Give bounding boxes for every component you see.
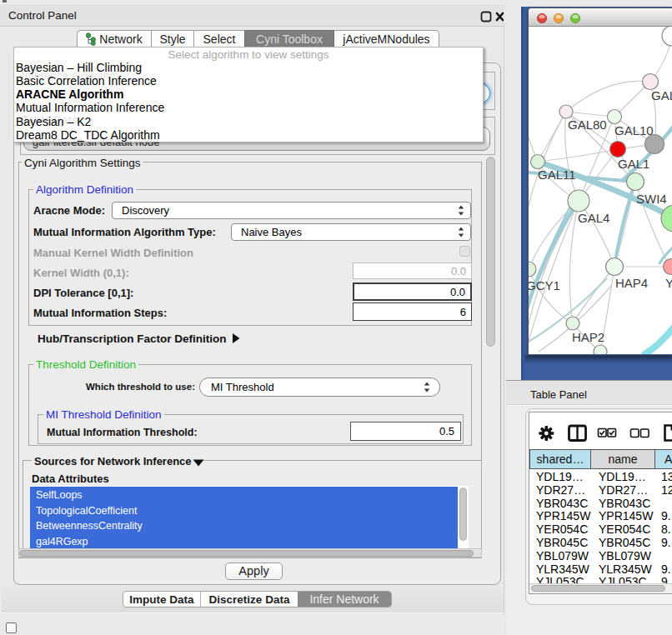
svg-text:GAL10: GAL10	[614, 123, 654, 138]
svg-text:SWI4: SWI4	[636, 192, 667, 206]
svg-text:GAL80: GAL80	[568, 118, 607, 132]
svg-text:GAL4: GAL4	[578, 211, 609, 225]
svg-text:Y: Y	[665, 276, 672, 290]
svg-text:GCY1: GCY1	[529, 278, 560, 292]
svg-text:GAL1: GAL1	[618, 157, 649, 171]
svg-text:GAL11: GAL11	[538, 168, 576, 182]
svg-text:HAP4: HAP4	[615, 276, 648, 290]
svg-text:HAP2: HAP2	[572, 330, 604, 344]
svg-text:GAL7: GAL7	[651, 88, 672, 102]
